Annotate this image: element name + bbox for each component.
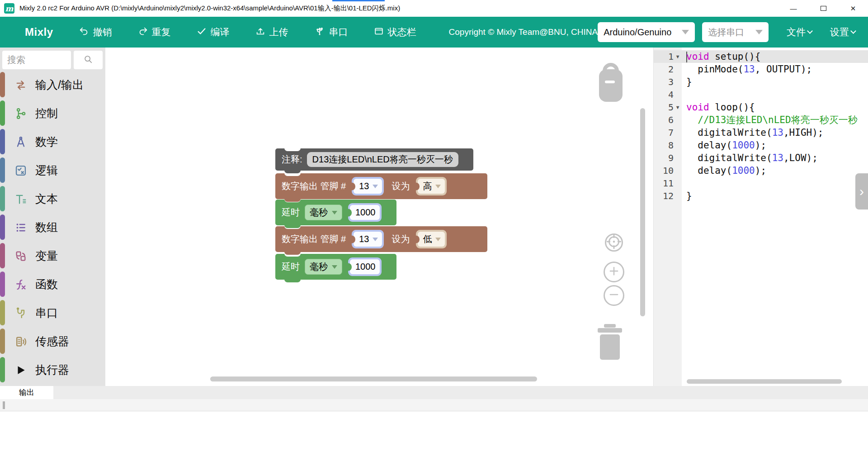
zoom-reset-button[interactable] (605, 234, 623, 252)
ms-value[interactable]: 1000 (355, 207, 376, 218)
category-label: 控制 (35, 106, 58, 121)
category-color-bar (0, 157, 5, 183)
ms-number-block[interactable]: 1000 (348, 203, 382, 222)
code-line[interactable]: 5▼void loop(){ (654, 101, 868, 114)
line-number: 9 (654, 152, 674, 163)
usb-icon (314, 26, 325, 38)
search-input[interactable] (2, 51, 71, 69)
ms-number-block[interactable]: 1000 (348, 257, 382, 276)
workspace-vertical-scrollbar[interactable] (640, 108, 645, 316)
dropdown-caret-icon (435, 185, 441, 188)
pin-number-block[interactable]: 13 (352, 230, 383, 248)
toolbar-button-label: 上传 (269, 26, 288, 38)
pin-value[interactable]: 13 (359, 234, 369, 244)
undo-icon (79, 26, 89, 38)
unit-dropdown[interactable]: 毫秒 (305, 259, 342, 275)
level-value[interactable]: 低 (423, 233, 432, 245)
block-digital-write-1[interactable]: 数字输出 管脚 # 13 设为 高 (275, 173, 487, 199)
category-label: 传感器 (35, 334, 69, 349)
sidebar-item-io[interactable]: 输入/输出 (0, 71, 105, 99)
code-line[interactable]: 1▼void setup(){ (654, 50, 868, 63)
toolbar-button-重复[interactable]: 重复 (138, 26, 171, 38)
zoom-in-button[interactable] (604, 262, 624, 282)
tab-output[interactable]: 输出 (0, 386, 53, 399)
category-label: 数学 (35, 134, 58, 149)
workspace-horizontal-scrollbar[interactable] (210, 376, 537, 381)
menu-settings[interactable]: 设置 (830, 26, 855, 38)
block-delay-1[interactable]: 延时 毫秒 1000 (275, 200, 396, 225)
block-digital-write-2[interactable]: 数字输出 管脚 # 13 设为 低 (275, 226, 487, 252)
level-block[interactable]: 高 (416, 177, 447, 195)
code-line[interactable]: 9 digitalWrite(13,LOW); (654, 152, 868, 164)
output-console[interactable] (0, 399, 868, 411)
maximize-icon (821, 6, 826, 11)
sidebar-item-actuator[interactable]: 执行器 (0, 356, 105, 384)
category-color-bar (0, 72, 5, 97)
panel-collapse-button[interactable]: › (855, 173, 868, 210)
block-delay-2[interactable]: 延时 毫秒 1000 (275, 254, 396, 280)
toolbar-button-编译[interactable]: 编译 (197, 26, 230, 38)
search-button[interactable] (74, 51, 103, 69)
chevron-down-icon (807, 28, 813, 34)
backpack-icon[interactable] (595, 60, 626, 107)
sidebar-item-math[interactable]: 数学 (0, 128, 105, 156)
toolbar-button-上传[interactable]: 上传 (255, 26, 288, 38)
output-scrollbar[interactable] (3, 401, 5, 409)
code-line[interactable]: 6 //D13连接LED\nLED将亮一秒灭一秒 (654, 114, 868, 126)
comment-text-field[interactable]: D13连接LED\nLED将亮一秒灭一秒 (307, 152, 458, 167)
sidebar-item-function[interactable]: 函数 (0, 270, 105, 299)
window-controls: — ✕ (778, 0, 868, 17)
code-line[interactable]: 10 delay(1000); (654, 164, 868, 177)
code-panel[interactable]: 1▼void setup(){2 pinMode(13, OUTPUT);3}4… (653, 48, 868, 386)
sidebar-item-text[interactable]: 文本 (0, 185, 105, 213)
code-line[interactable]: 4 (654, 88, 868, 101)
sidebar-item-variable[interactable]: 变量 (0, 242, 105, 270)
category-list: 输入/输出控制数学逻辑文本数组变量函数串口传感器执行器 (0, 71, 105, 384)
sidebar-item-sensor[interactable]: 传感器 (0, 327, 105, 356)
zoom-out-button[interactable] (604, 285, 624, 306)
io-icon (14, 78, 28, 92)
sidebar-item-serial[interactable]: 串口 (0, 299, 105, 327)
category-color-bar (0, 300, 5, 325)
toolbar-button-串口[interactable]: 串口 (314, 26, 348, 38)
level-block[interactable]: 低 (416, 230, 447, 248)
code-line[interactable]: 12} (654, 190, 868, 202)
unit-dropdown[interactable]: 毫秒 (305, 205, 342, 220)
close-button[interactable]: ✕ (838, 0, 868, 17)
code-line[interactable]: 3} (654, 76, 868, 88)
port-select[interactable]: 选择串口 (702, 22, 769, 42)
function-icon (14, 278, 28, 291)
trash-icon[interactable] (595, 323, 624, 362)
code-line[interactable]: 7 digitalWrite(13,HIGH); (654, 126, 868, 139)
control-icon (14, 107, 28, 120)
pin-value[interactable]: 13 (359, 181, 369, 191)
pin-number-block[interactable]: 13 (352, 177, 383, 195)
code-line[interactable]: 8 delay(1000); (654, 139, 868, 152)
code-text: void setup(){ (682, 51, 760, 62)
code-horizontal-scrollbar[interactable] (687, 379, 842, 384)
toolbar-button-状态栏[interactable]: 状态栏 (374, 26, 416, 38)
blockly-workspace[interactable]: 注释: D13连接LED\nLED将亮一秒灭一秒 数字输出 管脚 # 13 设为… (105, 48, 653, 386)
code-line[interactable]: 11 (654, 177, 868, 190)
board-select[interactable]: Arduino/Genuino (598, 22, 695, 42)
menu-file[interactable]: 文件 (787, 26, 812, 38)
sidebar-item-array[interactable]: 数组 (0, 213, 105, 242)
text-icon (14, 192, 28, 206)
ms-value[interactable]: 1000 (355, 262, 376, 272)
code-line[interactable]: 2 pinMode(13, OUTPUT); (654, 63, 868, 76)
level-value[interactable]: 高 (423, 180, 432, 192)
toolbar-button-撤销[interactable]: 撤销 (79, 26, 112, 38)
minimize-button[interactable]: — (778, 0, 808, 17)
fold-toggle-icon[interactable]: ▼ (674, 105, 682, 110)
code-text: pinMode(13, OUTPUT); (682, 64, 812, 75)
sidebar-item-control[interactable]: 控制 (0, 99, 105, 128)
code-text: delay(1000); (682, 140, 766, 151)
code-text: //D13连接LED\nLED将亮一秒灭一秒 (682, 114, 858, 126)
fold-toggle-icon[interactable]: ▼ (674, 54, 682, 60)
block-comment[interactable]: 注释: D13连接LED\nLED将亮一秒灭一秒 (275, 148, 473, 171)
sidebar-item-logic[interactable]: 逻辑 (0, 156, 105, 185)
port-select-value: 选择串口 (708, 26, 744, 38)
maximize-button[interactable] (808, 0, 838, 17)
delay-label: 延时 (282, 261, 300, 273)
math-icon (14, 135, 28, 149)
